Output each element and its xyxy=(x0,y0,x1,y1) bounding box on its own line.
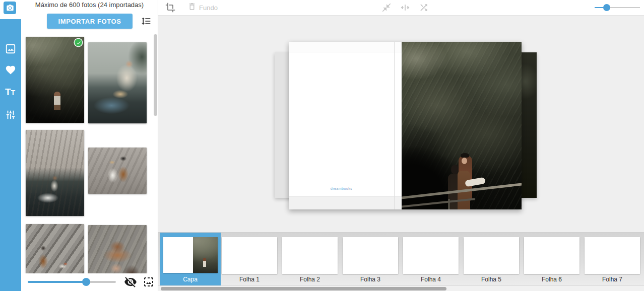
page-label: Folha 6 xyxy=(524,276,579,283)
photobook-editor: TT Máximo de 600 fotos (24 importadas) I… xyxy=(0,0,644,291)
filmstrip-scrollbar[interactable] xyxy=(158,285,644,291)
text-icon-glyph-large: T xyxy=(5,87,11,97)
photo-panel: Máximo de 600 fotos (24 importadas) IMPO… xyxy=(21,0,158,291)
crop-icon[interactable] xyxy=(165,3,175,13)
photo-panel-scrollbar[interactable] xyxy=(154,34,157,116)
canvas-zoom-slider-knob[interactable] xyxy=(603,4,610,11)
page-thumbnail[interactable] xyxy=(282,237,338,274)
photos-icon[interactable] xyxy=(5,43,16,54)
page-label: Folha 2 xyxy=(282,276,338,283)
brand-logo-text: dreambooks xyxy=(289,187,394,190)
canvas-zoom-slider[interactable] xyxy=(595,7,640,8)
photo-thumbnail[interactable] xyxy=(26,37,84,123)
page-label: Folha 4 xyxy=(403,276,459,283)
page-tile-folha-6[interactable]: Folha 6 xyxy=(524,233,579,286)
text-icon-glyph-small: T xyxy=(11,89,16,97)
page-label: Folha 3 xyxy=(343,276,398,283)
page-tile-folha-1[interactable]: Folha 1 xyxy=(222,233,277,286)
cover-photo-woman-hat xyxy=(461,153,469,158)
heart-icon[interactable] xyxy=(5,64,16,76)
thumbnail-size-slider-fill xyxy=(28,281,86,283)
text-icon[interactable]: TT xyxy=(5,87,16,98)
capa-thumbnail-figure xyxy=(203,258,206,267)
thumbnail-size-slider[interactable] xyxy=(28,281,116,283)
collapse-arrows-icon[interactable] xyxy=(381,3,392,13)
camera-icon[interactable] xyxy=(4,2,16,14)
filmstrip-scrollbar-thumb[interactable] xyxy=(161,287,446,290)
editor-toolbar: Fundo xyxy=(158,0,644,15)
photo-thumbnail[interactable] xyxy=(88,148,147,194)
page-tile-folha-4[interactable]: Folha 4 xyxy=(403,233,459,286)
page-label: Folha 1 xyxy=(222,276,277,283)
split-arrows-icon[interactable] xyxy=(400,3,410,13)
photo-thumbnail[interactable] xyxy=(26,130,84,216)
trash-icon xyxy=(187,2,197,13)
photo-panel-bottom-bar xyxy=(21,273,158,291)
page-thumbnail[interactable] xyxy=(343,237,398,274)
sidebar-nav: TT xyxy=(0,19,21,291)
page-label: Capa xyxy=(160,276,221,283)
photo-used-check-icon xyxy=(75,39,82,46)
background-button[interactable]: Fundo xyxy=(187,3,218,13)
book-canvas[interactable]: dreambooks xyxy=(158,15,644,232)
line-spacing-icon[interactable] xyxy=(141,16,151,26)
page-thumbnail[interactable] xyxy=(524,237,579,274)
book-cover-spread[interactable]: dreambooks xyxy=(289,42,522,209)
editor-main: Fundo xyxy=(158,0,644,291)
background-button-label: Fundo xyxy=(199,4,218,12)
page-thumbnail[interactable] xyxy=(222,237,277,274)
sidebar: TT xyxy=(0,0,21,291)
spine-fold-line xyxy=(394,42,395,209)
cover-photo-woman-face xyxy=(462,158,467,164)
bleed-guide-top xyxy=(289,42,402,52)
bleed-guide-bottom xyxy=(289,196,402,209)
page-tile-folha-2[interactable]: Folha 2 xyxy=(282,233,338,286)
page-thumbnail[interactable] xyxy=(403,237,459,274)
import-photos-button[interactable]: IMPORTAR FOTOS xyxy=(47,14,133,29)
eye-off-icon[interactable] xyxy=(124,275,137,288)
page-label: Folha 7 xyxy=(585,276,640,283)
pages-filmstrip: Capa Folha 1 Folha 2 Folha 3 Folha 4 Fol… xyxy=(158,232,644,285)
page-label: Folha 5 xyxy=(464,276,519,283)
back-cover-page[interactable]: dreambooks xyxy=(289,42,402,209)
photo-thumbnail[interactable] xyxy=(88,42,147,123)
shuffle-icon[interactable] xyxy=(419,3,429,13)
page-tile-folha-7[interactable]: Folha 7 xyxy=(585,233,640,286)
thumbnail-size-slider-knob[interactable] xyxy=(82,278,90,286)
page-tile-folha-3[interactable]: Folha 3 xyxy=(343,233,398,286)
front-cover-photo[interactable] xyxy=(402,42,522,209)
page-thumbnail[interactable] xyxy=(464,237,519,274)
photo-count-header: Máximo de 600 fotos (24 importadas) xyxy=(21,1,158,9)
page-thumbnail[interactable] xyxy=(585,237,640,274)
adjustments-icon[interactable] xyxy=(5,109,16,120)
page-tile-folha-5[interactable]: Folha 5 xyxy=(464,233,519,286)
capa-thumbnail-photo xyxy=(193,237,218,273)
page-thumbnail[interactable] xyxy=(163,237,218,273)
page-tile-capa[interactable]: Capa xyxy=(160,233,221,286)
image-placeholder-icon[interactable] xyxy=(143,276,155,288)
